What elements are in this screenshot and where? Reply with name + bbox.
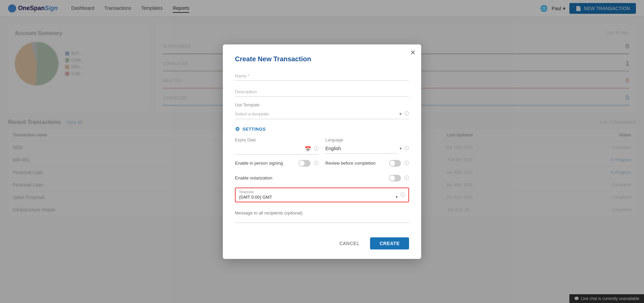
language-label: Language	[325, 138, 409, 142]
description-input[interactable]	[235, 87, 409, 97]
expiry-date-input[interactable]	[235, 146, 305, 152]
message-textarea[interactable]	[235, 208, 409, 216]
modal-overlay: ✕ Create New Transaction Use Template ▾ …	[0, 0, 644, 216]
review-before-completion-row: Review before completion ⓘ	[325, 160, 409, 167]
review-toggle[interactable]	[389, 160, 401, 167]
settings-section: ⚙ SETTINGS	[235, 126, 409, 132]
settings-header[interactable]: ⚙ SETTINGS	[235, 126, 409, 132]
help-icon: ⓘ	[404, 175, 409, 181]
close-button[interactable]: ✕	[410, 49, 416, 56]
description-field-group	[235, 87, 409, 97]
expiry-date-group: Expiry Date 📅 ⓘ	[235, 138, 319, 155]
in-person-label: Enable in person signing	[235, 161, 295, 166]
timezone-field-group: Timezone (GMT 0:00) GMT (GMT -5:00) EST …	[235, 188, 409, 202]
name-field-group	[235, 71, 409, 81]
timezone-label: Timezone	[239, 190, 398, 194]
template-input[interactable]	[235, 111, 399, 116]
language-group: Language English French Spanish German ▾…	[325, 138, 409, 155]
chevron-down-icon: ▾	[396, 195, 398, 199]
modal-title: Create New Transaction	[235, 55, 409, 63]
expiry-date-label: Expiry Date	[235, 138, 319, 142]
expiry-language-row: Expiry Date 📅 ⓘ Language English French …	[235, 138, 409, 155]
settings-label: SETTINGS	[243, 127, 266, 132]
language-select[interactable]: English French Spanish German	[325, 144, 397, 154]
help-icon: ⓘ	[404, 160, 409, 166]
timezone-select[interactable]: (GMT 0:00) GMT (GMT -5:00) EST (GMT -8:0…	[239, 195, 394, 200]
template-field-group: Use Template ▾ ⓘ	[235, 103, 409, 119]
name-input[interactable]	[235, 71, 409, 81]
language-wrapper: English French Spanish German ▾ ⓘ	[325, 144, 409, 154]
calendar-icon[interactable]: 📅	[305, 146, 311, 152]
chevron-down-icon: ▾	[399, 111, 402, 116]
create-transaction-modal: ✕ Create New Transaction Use Template ▾ …	[223, 44, 421, 216]
notarization-toggle[interactable]	[389, 175, 401, 181]
in-person-signing-row: Enable in person signing ⓘ	[235, 160, 319, 167]
use-template-label: Use Template	[235, 103, 409, 107]
help-icon: ⓘ	[314, 160, 319, 166]
review-label: Review before completion	[325, 161, 386, 166]
help-icon: ⓘ	[314, 146, 319, 152]
expiry-date-wrapper: 📅 ⓘ	[235, 144, 319, 155]
help-icon: ⓘ	[400, 192, 405, 198]
notarization-row: Enable notarization ⓘ	[235, 175, 409, 181]
notarization-label: Enable notarization	[235, 175, 386, 180]
help-icon: ⓘ	[404, 145, 409, 152]
chevron-down-icon: ▾	[400, 146, 402, 151]
gear-icon: ⚙	[235, 126, 240, 132]
timezone-inner: Timezone (GMT 0:00) GMT (GMT -5:00) EST …	[239, 190, 398, 200]
help-icon: ⓘ	[404, 111, 409, 117]
toggles-row: Enable in person signing ⓘ Review before…	[235, 160, 409, 171]
in-person-toggle[interactable]	[298, 160, 311, 167]
message-group	[235, 208, 409, 216]
